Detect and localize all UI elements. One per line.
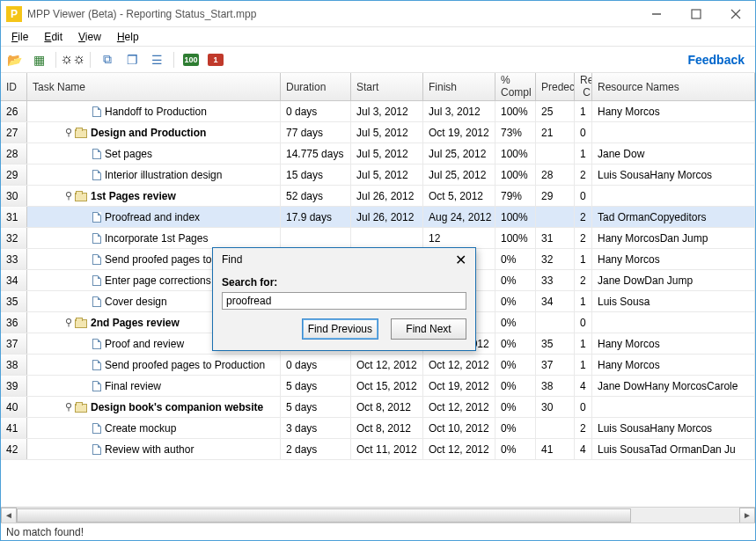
find-icon[interactable]: ⛭⛭ <box>65 52 81 68</box>
table-row[interactable]: 30⚲1st Pages review52 daysJul 26, 2012Oc… <box>1 186 755 207</box>
horizontal-scrollbar[interactable]: ◄ ► <box>1 507 755 523</box>
col-predecessors[interactable]: Predec <box>536 73 575 100</box>
cell-start: Jul 5, 2012 <box>351 143 423 164</box>
cell-predecessors: 41 <box>536 439 575 459</box>
cell-resource-count: 1 <box>575 333 592 354</box>
cell-predecessors <box>536 418 575 438</box>
table-row[interactable]: 39Final review5 daysOct 15, 2012Oct 19, … <box>1 376 755 397</box>
cell-resource-count: 1 <box>575 249 592 269</box>
cell-id: 31 <box>1 207 27 227</box>
task-name-wrap: Interior illustration design <box>33 169 222 181</box>
cell-pct: 0% <box>495 439 536 459</box>
app-icon: P <box>6 6 22 22</box>
col-name[interactable]: Task Name <box>27 73 281 100</box>
table-row[interactable]: 31Proofread and index17.9 daysJul 26, 20… <box>1 207 755 228</box>
find-previous-button[interactable]: Find Previous <box>302 318 378 340</box>
cell-predecessors: 28 <box>536 164 575 185</box>
cell-start: Jul 5, 2012 <box>351 122 423 143</box>
cell-name: ⚲Design and Production <box>27 122 281 143</box>
task-name-label: Handoff to Production <box>105 106 207 118</box>
table-row[interactable]: 40⚲Design book's companion website5 days… <box>1 397 755 418</box>
scroll-left-icon[interactable]: ◄ <box>1 508 17 523</box>
col-resource-names[interactable]: Resource Names <box>592 73 755 100</box>
cell-predecessors <box>536 207 575 227</box>
cell-start: Jul 5, 2012 <box>351 164 423 185</box>
cell-resource-count: 2 <box>575 207 592 227</box>
excel-export-icon[interactable]: ▦ <box>31 52 47 68</box>
task-name-label: Design and Production <box>91 127 206 139</box>
menu-edit[interactable]: Edit <box>37 29 70 45</box>
task-name-label: Send proofed pages to <box>105 253 211 266</box>
task-name-wrap: ⚲2nd Pages review <box>33 317 180 329</box>
cell-resource-names: Luis Sousa <box>592 291 755 311</box>
find-dialog-titlebar[interactable]: Find ✕ <box>213 248 475 271</box>
cell-resource-names: Jane DowHany MorcosCarole <box>592 376 755 396</box>
cell-duration <box>281 228 351 248</box>
col-start[interactable]: Start <box>351 73 423 100</box>
close-button[interactable] <box>716 1 755 27</box>
col-id[interactable]: ID <box>1 73 27 100</box>
maximize-button[interactable] <box>676 1 716 27</box>
search-input[interactable] <box>222 292 466 310</box>
find-next-button[interactable]: Find Next <box>391 318 466 340</box>
cell-predecessors: 35 <box>536 333 575 354</box>
col-resource-count[interactable]: Re C <box>575 73 592 100</box>
cell-start: Jul 3, 2012 <box>351 101 423 121</box>
collapse-icon[interactable]: ❐ <box>124 52 140 68</box>
menu-view[interactable]: View <box>71 29 108 45</box>
minimize-button[interactable] <box>636 1 676 27</box>
menu-file[interactable]: File <box>4 29 35 45</box>
cell-resource-names <box>592 312 755 333</box>
cell-resource-names <box>592 397 755 417</box>
feedback-link[interactable]: Feedback <box>687 53 750 67</box>
badge-100-icon[interactable]: 100 <box>183 54 199 66</box>
badge-1-icon[interactable]: 1 <box>208 54 224 66</box>
cell-start: Jul 26, 2012 <box>351 207 423 227</box>
expand-icon[interactable]: ⧉ <box>99 52 115 68</box>
task-name-wrap: Set pages <box>33 148 152 160</box>
scroll-thumb[interactable] <box>17 508 631 523</box>
table-row[interactable]: 28Set pages14.775 daysJul 5, 2012Jul 25,… <box>1 143 755 164</box>
task-name-label: Interior illustration design <box>105 169 222 181</box>
document-icon <box>92 149 101 159</box>
col-finish[interactable]: Finish <box>423 73 495 100</box>
document-icon <box>92 360 101 370</box>
open-icon[interactable]: 📂 <box>6 52 22 68</box>
table-row[interactable]: 29Interior illustration design15 daysJul… <box>1 164 755 186</box>
outline-icon[interactable]: ☰ <box>149 52 165 68</box>
table-row[interactable]: 41Create mockup3 daysOct 8, 2012Oct 10, … <box>1 418 755 439</box>
cell-start <box>351 228 423 248</box>
cell-resource-count: 0 <box>575 122 592 143</box>
close-icon[interactable]: ✕ <box>451 252 470 268</box>
task-name-label: Create mockup <box>105 422 176 435</box>
cell-id: 36 <box>1 312 27 333</box>
scroll-right-icon[interactable]: ► <box>739 508 755 523</box>
cell-resource-names: Hany Morcos <box>592 355 755 375</box>
document-icon <box>92 106 101 117</box>
cell-predecessors: 38 <box>536 376 575 396</box>
cell-finish: Oct 12, 2012 <box>423 439 495 459</box>
table-row[interactable]: 26Handoff to Production0 daysJul 3, 2012… <box>1 101 755 122</box>
col-duration[interactable]: Duration <box>281 73 351 100</box>
task-name-wrap: Review with author <box>33 443 194 456</box>
cell-name: Incorporate 1st Pages <box>27 228 281 248</box>
cell-resource-names: Luis SousaTad OrmanDan Ju <box>592 439 755 459</box>
menu-help[interactable]: Help <box>110 29 146 45</box>
cell-pct: 100% <box>495 207 536 227</box>
cell-predecessors: 37 <box>536 355 575 375</box>
cell-name: ⚲1st Pages review <box>27 186 281 206</box>
statusbar: No match found! <box>1 523 755 540</box>
scroll-track[interactable] <box>17 508 739 523</box>
task-name-label: Final review <box>105 380 161 392</box>
cell-predecessors: 25 <box>536 101 575 121</box>
table-row[interactable]: 42Review with author2 daysOct 11, 2012Oc… <box>1 439 755 460</box>
table-row[interactable]: 38Send proofed pages to Production0 days… <box>1 355 755 376</box>
cell-finish: Jul 25, 2012 <box>423 164 495 185</box>
table-row[interactable]: 27⚲Design and Production77 daysJul 5, 20… <box>1 122 755 143</box>
task-name-wrap: Enter page corrections <box>33 274 211 287</box>
find-dialog-buttons: Find Previous Find Next <box>222 318 466 340</box>
cell-resource-count: 4 <box>575 439 592 459</box>
col-pct-complete[interactable]: % Compl <box>495 73 536 100</box>
table-row[interactable]: 32Incorporate 1st Pages12100%312Hany Mor… <box>1 228 755 249</box>
cell-resource-names: Tad OrmanCopyeditors <box>592 207 755 227</box>
